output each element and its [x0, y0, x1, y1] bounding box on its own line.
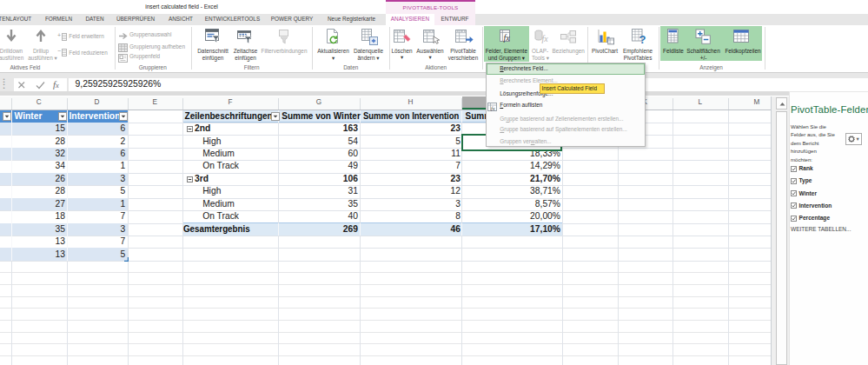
svg-text:fx: fx	[542, 33, 549, 43]
svg-text:fx: fx	[504, 33, 511, 43]
svg-text:fx: fx	[491, 104, 495, 110]
svg-text:?: ?	[639, 33, 646, 46]
